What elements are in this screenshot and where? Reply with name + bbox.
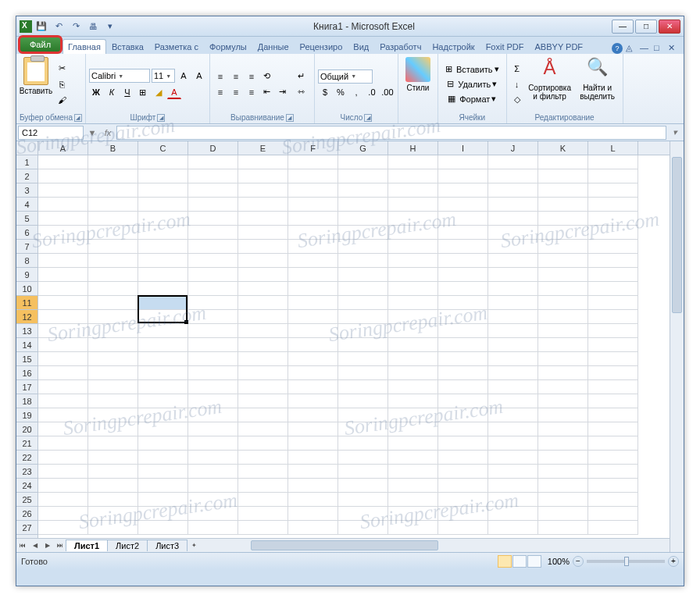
cell-E17[interactable] <box>238 380 288 394</box>
cell-B12[interactable] <box>88 310 138 324</box>
font-name-combo[interactable]: Calibri▼ <box>89 69 150 83</box>
cell-A17[interactable] <box>38 380 88 394</box>
cell-C25[interactable] <box>138 493 188 507</box>
cell-A11[interactable] <box>38 296 88 310</box>
cell-D8[interactable] <box>188 254 238 268</box>
cell-J17[interactable] <box>488 380 538 394</box>
cell-L13[interactable] <box>588 324 638 338</box>
cell-E18[interactable] <box>238 394 288 408</box>
column-header-F[interactable]: F <box>288 141 338 155</box>
cell-H18[interactable] <box>388 394 438 408</box>
cell-L18[interactable] <box>588 394 638 408</box>
row-header-26[interactable]: 26 <box>16 507 38 521</box>
row-header-9[interactable]: 9 <box>16 268 38 282</box>
cell-C4[interactable] <box>138 198 188 212</box>
format-painter-button[interactable]: 🖌 <box>55 93 69 107</box>
tab-foxit[interactable]: Foxit PDF <box>480 39 530 54</box>
underline-button[interactable]: Ч <box>120 85 134 99</box>
cell-D19[interactable] <box>188 408 238 422</box>
cell-A27[interactable] <box>38 521 88 535</box>
cell-H11[interactable] <box>388 296 438 310</box>
cell-D18[interactable] <box>188 394 238 408</box>
cell-C26[interactable] <box>138 507 188 521</box>
cell-C3[interactable] <box>138 183 188 198</box>
cell-B4[interactable] <box>88 198 138 212</box>
cell-E22[interactable] <box>238 451 288 465</box>
cell-J2[interactable] <box>488 169 538 183</box>
cell-G26[interactable] <box>338 507 388 521</box>
cell-F1[interactable] <box>288 155 338 169</box>
tab-developer[interactable]: Разработч <box>374 39 427 54</box>
styles-button[interactable]: Стили <box>402 55 434 112</box>
cell-E3[interactable] <box>238 183 288 198</box>
cell-H26[interactable] <box>388 507 438 521</box>
column-header-E[interactable]: E <box>238 141 288 155</box>
cell-B17[interactable] <box>88 380 138 394</box>
cell-A9[interactable] <box>38 268 88 282</box>
cell-H21[interactable] <box>388 436 438 451</box>
row-header-6[interactable]: 6 <box>16 226 38 240</box>
cell-E10[interactable] <box>238 282 288 296</box>
cell-I21[interactable] <box>438 436 488 451</box>
cell-B7[interactable] <box>88 240 138 254</box>
autosum-button[interactable]: Σ <box>510 62 524 76</box>
expand-formula-bar[interactable]: ▾ <box>668 126 682 140</box>
name-box-dropdown[interactable]: ▼ <box>85 126 99 140</box>
cell-L1[interactable] <box>588 155 638 169</box>
cell-D21[interactable] <box>188 436 238 451</box>
cell-F8[interactable] <box>288 254 338 268</box>
column-header-J[interactable]: J <box>488 141 538 155</box>
sheet-tab-2[interactable]: Лист2 <box>107 540 148 551</box>
cell-G20[interactable] <box>338 422 388 436</box>
cell-C22[interactable] <box>138 451 188 465</box>
format-cells-button[interactable]: ▦ Формат ▾ <box>441 92 503 106</box>
cell-E11[interactable] <box>238 296 288 310</box>
number-dialog-launcher[interactable]: ◢ <box>364 114 372 122</box>
cell-J1[interactable] <box>488 155 538 169</box>
cell-B11[interactable] <box>88 296 138 310</box>
cell-L24[interactable] <box>588 479 638 493</box>
cell-G6[interactable] <box>338 226 388 240</box>
cell-E14[interactable] <box>238 338 288 352</box>
cell-I6[interactable] <box>438 226 488 240</box>
cell-D17[interactable] <box>188 380 238 394</box>
cell-A4[interactable] <box>38 198 88 212</box>
close-button[interactable]: ✕ <box>659 20 680 34</box>
cell-K20[interactable] <box>538 422 588 436</box>
cell-K14[interactable] <box>538 338 588 352</box>
cell-A21[interactable] <box>38 436 88 451</box>
cell-F24[interactable] <box>288 479 338 493</box>
cell-L27[interactable] <box>588 521 638 535</box>
cell-I26[interactable] <box>438 507 488 521</box>
formula-input[interactable] <box>116 126 666 140</box>
cell-C12[interactable] <box>138 310 188 324</box>
cell-A18[interactable] <box>38 394 88 408</box>
italic-button[interactable]: К <box>105 85 119 99</box>
cell-J15[interactable] <box>488 352 538 366</box>
row-header-12[interactable]: 12 <box>16 310 38 324</box>
cell-D24[interactable] <box>188 479 238 493</box>
cell-L3[interactable] <box>588 183 638 198</box>
cell-K23[interactable] <box>538 465 588 479</box>
tab-insert[interactable]: Вставка <box>106 39 149 54</box>
sort-filter-button[interactable]: Å Сортировка и фильтр <box>527 55 573 112</box>
cell-C7[interactable] <box>138 240 188 254</box>
align-middle-button[interactable]: ≡ <box>229 69 243 84</box>
row-header-14[interactable]: 14 <box>16 338 38 352</box>
column-header-A[interactable]: A <box>38 141 88 155</box>
cell-D22[interactable] <box>188 451 238 465</box>
cell-J11[interactable] <box>488 296 538 310</box>
zoom-out-button[interactable]: − <box>573 556 584 567</box>
cell-D4[interactable] <box>188 198 238 212</box>
cell-H15[interactable] <box>388 352 438 366</box>
cell-K17[interactable] <box>538 380 588 394</box>
cell-C5[interactable] <box>138 212 188 226</box>
row-header-13[interactable]: 13 <box>16 324 38 338</box>
decrease-indent-button[interactable]: ⇤ <box>260 85 274 99</box>
align-bottom-button[interactable]: ≡ <box>245 69 259 84</box>
cell-J26[interactable] <box>488 507 538 521</box>
cell-F5[interactable] <box>288 212 338 226</box>
cell-B10[interactable] <box>88 282 138 296</box>
cell-C10[interactable] <box>138 282 188 296</box>
align-center-button[interactable]: ≡ <box>229 85 243 99</box>
